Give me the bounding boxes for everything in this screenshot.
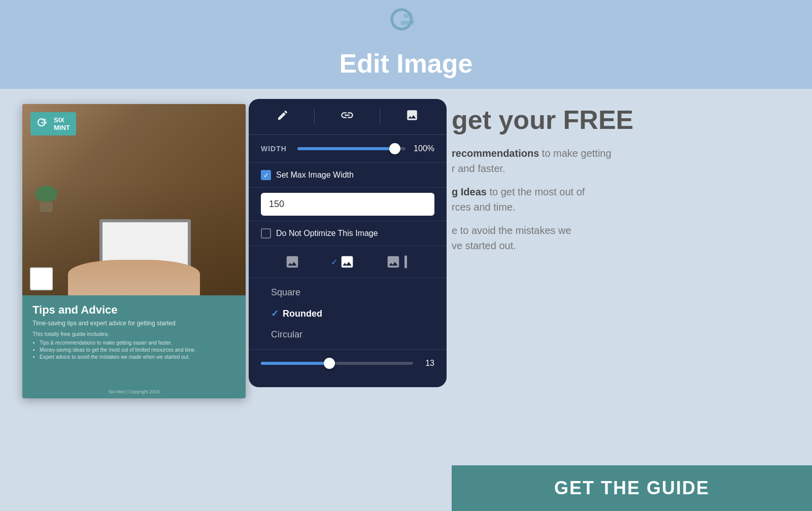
set-max-width-label: Set Max Image Width: [276, 171, 354, 180]
alignment-section: ✓: [249, 246, 447, 278]
corner-radius-value: 13: [419, 359, 434, 368]
shape-square[interactable]: Square: [261, 282, 434, 303]
book-bullet-3: Expert advice to avoid the mistakes we m…: [40, 354, 235, 360]
toolbar-sep-1: [314, 109, 315, 124]
svg-text:SIX: SIX: [42, 119, 47, 121]
main-content: SIX MINT SIXMINT: [0, 89, 812, 511]
shape-rounded-check: ✓: [271, 308, 279, 319]
book-subtitle: Time-saving tips and expert advice for g…: [32, 320, 235, 327]
checkbox-check-icon: ✓: [263, 172, 269, 179]
pencil-icon[interactable]: [277, 109, 289, 124]
book-photo: SIX MINT SIXMINT: [22, 104, 246, 295]
book-cover-bottom: Tips and Advice Time-saving tips and exp…: [22, 295, 246, 398]
right-p1: recommendations to make gettingr and fas…: [452, 146, 797, 176]
width-label: WIDTH: [261, 145, 291, 153]
svg-rect-6: [404, 256, 407, 268]
optimize-checkbox[interactable]: [261, 228, 271, 239]
site-logo: SIX MINT: [388, 5, 424, 41]
align-right-icon[interactable]: [386, 254, 411, 269]
book-bullets: Tips & recommendations to make getting e…: [32, 340, 235, 360]
book-free-label: This totally free guide includes:: [32, 331, 235, 337]
get-guide-label: GET THE GUIDE: [554, 478, 709, 499]
shape-rounded-label: Rounded: [283, 309, 322, 319]
shape-section: Square ✓ Rounded Circular: [249, 278, 447, 350]
link-icon[interactable]: [340, 108, 354, 125]
header: SIX MINT Edit Image: [0, 0, 812, 89]
right-text-area: get your FREE recommendations to make ge…: [452, 104, 797, 261]
book-copyright: Six Mint | Copyright 2018: [109, 389, 159, 394]
get-guide-button[interactable]: GET THE GUIDE: [452, 465, 812, 511]
right-p2-bold: g Ideas: [452, 186, 487, 197]
book-logo-icon: SIX MINT: [37, 117, 51, 131]
edit-image-popup: WIDTH 100% ✓ Set Max Image Width Do Not …: [249, 99, 447, 387]
width-slider[interactable]: [297, 143, 405, 154]
right-p2: g Ideas to get the most out ofrces and t…: [452, 184, 797, 215]
right-p3: e to avoid the mistakes weve started out…: [452, 223, 797, 253]
corner-radius-section: 13: [249, 350, 447, 377]
align-left-icon[interactable]: [285, 254, 300, 269]
book-bullet-2: Money-saving ideas to get the most out o…: [40, 347, 235, 353]
svg-text:SIX: SIX: [403, 13, 413, 19]
right-p3-text: e to avoid the mistakes weve started out…: [452, 225, 571, 251]
shape-rounded[interactable]: ✓ Rounded: [261, 303, 434, 324]
optimize-label: Do Not Optimize This Image: [276, 229, 378, 238]
width-value: 100%: [412, 144, 434, 153]
set-max-width-checkbox[interactable]: ✓: [261, 170, 271, 180]
align-center-check: ✓: [331, 257, 337, 267]
toolbar-sep-2: [380, 109, 380, 124]
image-icon[interactable]: [405, 109, 419, 125]
book-cover: SIX MINT SIXMINT: [22, 104, 246, 398]
align-center-icon[interactable]: ✓: [331, 254, 355, 269]
svg-text:MINT: MINT: [401, 20, 415, 26]
shape-square-label: Square: [271, 287, 300, 298]
book-title: Tips and Advice: [32, 303, 235, 317]
shape-circular-label: Circular: [271, 329, 302, 340]
book-logo-badge: SIX MINT SIXMINT: [30, 112, 76, 135]
width-section: WIDTH 100%: [249, 135, 447, 163]
corner-radius-slider[interactable]: [261, 358, 413, 369]
book-logo-text: SIXMINT: [54, 116, 70, 131]
popup-toolbar: [249, 99, 447, 135]
shape-circular[interactable]: Circular: [261, 324, 434, 345]
svg-text:MINT: MINT: [41, 122, 47, 124]
right-p1-bold: recommendations: [452, 148, 539, 159]
book-bullet-1: Tips & recommendations to make getting e…: [40, 340, 235, 346]
right-heading: get your FREE: [452, 104, 797, 135]
max-width-input-section: [249, 188, 447, 221]
optimize-row[interactable]: Do Not Optimize This Image: [249, 221, 447, 246]
set-max-width-row[interactable]: ✓ Set Max Image Width: [249, 163, 447, 188]
page-title: Edit Image: [340, 48, 473, 79]
max-width-input[interactable]: [261, 193, 434, 216]
